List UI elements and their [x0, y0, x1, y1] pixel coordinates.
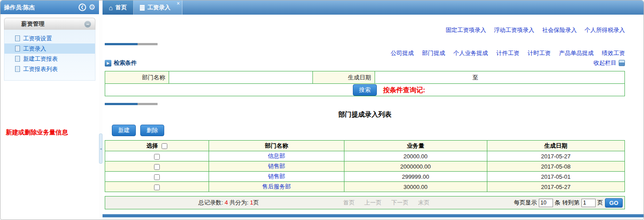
per-page-label: 每页显示: [514, 199, 537, 207]
table-row: 销售部 2000000.00 2017-05-08: [105, 161, 625, 172]
list-title: 部门提成录入列表: [105, 110, 625, 119]
operator-label: 操作员:陈杰: [4, 4, 35, 12]
tab-wage-entry[interactable]: 工资录入 ×: [134, 0, 182, 15]
sidebar-item-label: 新建工资报表: [23, 55, 58, 63]
volume-cell: 30000.00: [344, 182, 487, 192]
table-footer: 总记录数: 4 共分为: 1页 首页 上一页 下一页 末页 每页显示 条 转到第: [105, 196, 625, 209]
action-buttons-row: 新建 删除: [112, 125, 625, 136]
page-size-controls: 每页显示 条 转到第 页 GO: [514, 198, 623, 208]
collapse-panel-icon: [619, 60, 625, 66]
sidebar-item-label: 工资报表列表: [23, 65, 58, 73]
sidebar-annotation: 新建或删除业务量信息: [6, 129, 99, 137]
gear-icon[interactable]: ⚙: [89, 4, 95, 11]
date-from-input[interactable]: [375, 72, 470, 83]
panel-header-salary-management[interactable]: 薪资管理 –: [4, 18, 95, 30]
row-checkbox[interactable]: [154, 164, 160, 170]
date-to-label: 至: [470, 74, 481, 82]
column-header-dept: 部门名称: [209, 141, 344, 151]
table-row: 信息部 20000.00 2017-05-27: [105, 151, 625, 161]
tab-home[interactable]: ⌂ 首页: [103, 0, 134, 15]
link-performance-wage[interactable]: 绩效工资: [602, 50, 625, 56]
progress-gray-segment: [138, 43, 158, 45]
tab-bar: ⌂ 首页 工资录入 ×: [103, 0, 644, 15]
row-checkbox[interactable]: [154, 174, 160, 180]
column-header-volume: 业务量: [344, 141, 487, 151]
sidebar-item-label: 工资项设置: [23, 35, 52, 42]
panel-title: 薪资管理: [21, 20, 44, 28]
collapse-columns-link[interactable]: 收起栏目: [593, 59, 625, 67]
link-income-tax-entry[interactable]: 个人所得税录入: [585, 27, 625, 33]
sidebar-topbar: 操作员:陈杰 ❮ ⚙: [0, 0, 99, 14]
link-personal-business-commission[interactable]: 个人业务提成: [454, 50, 488, 56]
dept-link[interactable]: 售后服务部: [262, 183, 291, 190]
dept-link[interactable]: 销售部: [268, 163, 285, 169]
search-button[interactable]: 搜索: [353, 84, 377, 96]
date-to-input[interactable]: [481, 72, 624, 83]
pagination: 首页 上一页 下一页 末页: [259, 199, 514, 207]
select-all-checkbox[interactable]: [162, 143, 167, 149]
collapse-columns-label: 收起栏目: [593, 59, 616, 67]
progress-blue-segment: [105, 103, 138, 105]
record-count-summary: 总记录数: 4 共分为: 1页: [198, 199, 259, 207]
table-row: 销售部 299999.00 2017-05-01: [105, 172, 625, 182]
link-product-unit-commission[interactable]: 产品单品提成: [559, 50, 593, 56]
link-department-commission[interactable]: 部门提成: [422, 50, 445, 56]
sidebar-item-wage-entry[interactable]: 工资录入: [4, 43, 95, 54]
bottom-bar: [103, 214, 644, 217]
search-annotation: 按条件查询记:: [383, 86, 425, 94]
column-header-select: 选择: [105, 141, 209, 151]
search-criteria-title: 检索条件: [114, 59, 137, 67]
salary-management-panel: 薪资管理 – 工资项设置 工资录入 新建工资报表 工资报表列表: [4, 18, 95, 81]
row-checkbox[interactable]: [154, 154, 160, 160]
link-piecework-wage[interactable]: 计件工资: [496, 50, 519, 56]
tab-label: 工资录入: [147, 4, 170, 12]
new-button[interactable]: 新建: [112, 125, 136, 136]
progress-gray-segment: [138, 103, 158, 105]
date-cell: 2017-05-27: [487, 182, 624, 192]
home-icon: ⌂: [109, 4, 113, 11]
link-company-commission[interactable]: 公司提成: [391, 50, 414, 56]
goto-page-input[interactable]: [581, 199, 596, 207]
commission-links-row: 公司提成 部门提成 个人业务提成 计件工资 计时工资 产品单品提成 绩效工资: [105, 49, 625, 57]
collapse-panel-icon[interactable]: –: [84, 21, 91, 28]
entry-links-row: 固定工资项录入 浮动工资项录入 社会保险录入 个人所得税录入: [105, 15, 625, 34]
sidebar-item-wage-report-list[interactable]: 工资报表列表: [4, 64, 95, 74]
search-criteria-header[interactable]: ▶ 检索条件: [105, 59, 137, 67]
date-cell: 2017-05-08: [487, 161, 624, 172]
sidebar-item-new-wage-report[interactable]: 新建工资报表: [4, 54, 95, 64]
page-prev-link[interactable]: 上一页: [364, 199, 382, 206]
link-social-insurance-entry[interactable]: 社会保险录入: [542, 27, 577, 33]
progress-bar: [105, 43, 625, 45]
app-window: 操作员:陈杰 ❮ ⚙ 薪资管理 – 工资项设置 工资录入: [0, 0, 644, 220]
document-icon: [15, 66, 20, 72]
tab-label: 首页: [115, 4, 127, 12]
delete-button[interactable]: 删除: [140, 125, 164, 136]
close-icon[interactable]: ×: [177, 1, 180, 7]
goto-page-unit: 页: [597, 199, 603, 207]
page-last-link[interactable]: 末页: [418, 199, 430, 206]
generation-date-label: 生成日期: [313, 71, 375, 84]
date-cell: 2017-05-27: [487, 151, 624, 161]
link-floating-wage-entry[interactable]: 浮动工资项录入: [494, 27, 534, 33]
sidebar-item-wage-item-settings[interactable]: 工资项设置: [4, 33, 95, 43]
row-checkbox[interactable]: [154, 185, 160, 190]
back-icon[interactable]: ❮: [79, 4, 86, 11]
play-icon: ▶: [105, 60, 111, 67]
table-row: 售后服务部 30000.00 2017-05-27: [105, 182, 625, 192]
go-button[interactable]: GO: [605, 198, 623, 208]
goto-page-label: 转到第: [562, 199, 580, 207]
splitter-collapse-handle[interactable]: ◄: [99, 134, 103, 164]
link-fixed-wage-entry[interactable]: 固定工资项录入: [446, 27, 486, 33]
total-pages-value: 1: [250, 199, 253, 206]
volume-cell: 20000.00: [344, 151, 487, 161]
dept-name-input[interactable]: [169, 72, 312, 83]
page-next-link[interactable]: 下一页: [391, 199, 408, 206]
page-first-link[interactable]: 首页: [343, 199, 355, 206]
document-icon: [140, 5, 145, 11]
sidebar-menu: 工资项设置 工资录入 新建工资报表 工资报表列表: [4, 30, 95, 81]
per-page-input[interactable]: [539, 199, 553, 207]
commission-list-table: 选择 部门名称 业务量 生成日期 信息部 20000.00 2017-05-27…: [105, 140, 625, 192]
dept-link[interactable]: 销售部: [268, 173, 285, 180]
dept-link[interactable]: 信息部: [268, 153, 285, 159]
link-hourly-wage[interactable]: 计时工资: [528, 50, 551, 56]
